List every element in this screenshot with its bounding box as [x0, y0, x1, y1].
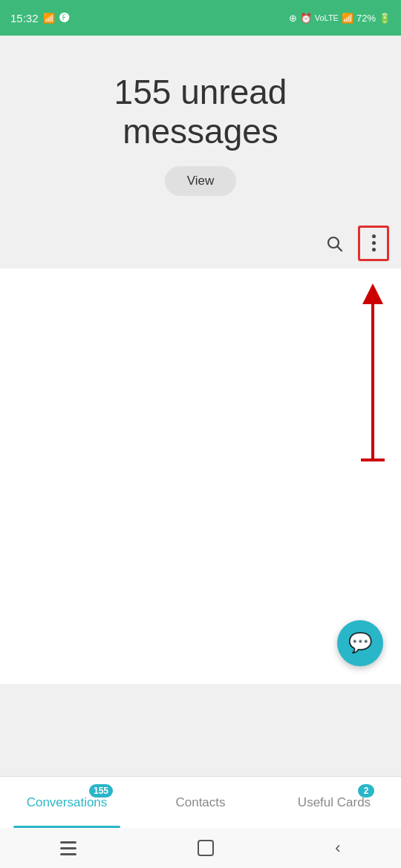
- annotation-arrow: [361, 283, 385, 461]
- nav-bar: ‹: [0, 828, 401, 868]
- useful-cards-badge: 2: [358, 784, 374, 798]
- status-right: ⊕ ⏰ VoLTE 📶 72% 🔋: [289, 13, 391, 24]
- search-button[interactable]: [321, 230, 348, 257]
- tab-useful-cards-label: Useful Cards: [298, 795, 371, 810]
- status-left: 15:32 📶 🅕: [10, 12, 70, 24]
- battery-icon: 🔋: [379, 13, 391, 24]
- tab-conversations[interactable]: Conversations 155: [0, 777, 134, 828]
- time-display: 15:32: [10, 12, 39, 24]
- unread-messages-title: 155 unread messages: [15, 73, 386, 151]
- back-icon: ‹: [335, 838, 340, 858]
- toolbar-row: [0, 218, 401, 269]
- conversations-badge: 155: [89, 784, 113, 798]
- battery-text: 72%: [356, 13, 376, 24]
- signal-icon: 📶: [43, 13, 55, 24]
- home-icon: [198, 840, 214, 856]
- tab-useful-cards[interactable]: Useful Cards 2: [267, 777, 401, 828]
- messages-word: messages: [123, 112, 278, 151]
- unread-word: unread: [180, 73, 287, 111]
- tab-contacts-label: Contacts: [175, 795, 225, 810]
- vpn-icon: ⊕: [289, 13, 297, 24]
- bottom-tabs: Conversations 155 Contacts Useful Cards …: [0, 776, 401, 828]
- network-lte1-icon: VoLTE: [315, 13, 339, 22]
- status-bar: 15:32 📶 🅕 ⊕ ⏰ VoLTE 📶 72% 🔋: [0, 0, 401, 36]
- alarm-icon: ⏰: [300, 13, 312, 24]
- home-button[interactable]: [198, 840, 214, 856]
- facebook-icon: 🅕: [59, 12, 70, 24]
- more-options-button[interactable]: [358, 226, 389, 261]
- back-button[interactable]: ‹: [335, 838, 340, 858]
- compose-fab-button[interactable]: 💬: [337, 620, 383, 666]
- tab-contacts[interactable]: Contacts: [134, 777, 267, 828]
- header-section: 155 unread messages View: [0, 36, 401, 218]
- main-content: 💬: [0, 269, 401, 684]
- unread-count: 155: [114, 73, 172, 111]
- signal-strength-icon: 📶: [342, 13, 353, 24]
- dots-vertical-icon: [372, 234, 376, 251]
- recent-apps-button[interactable]: [60, 841, 76, 855]
- chat-bubbles-icon: 💬: [348, 631, 372, 654]
- view-button[interactable]: View: [165, 166, 237, 196]
- recent-apps-icon: [60, 841, 76, 855]
- svg-line-1: [338, 246, 342, 251]
